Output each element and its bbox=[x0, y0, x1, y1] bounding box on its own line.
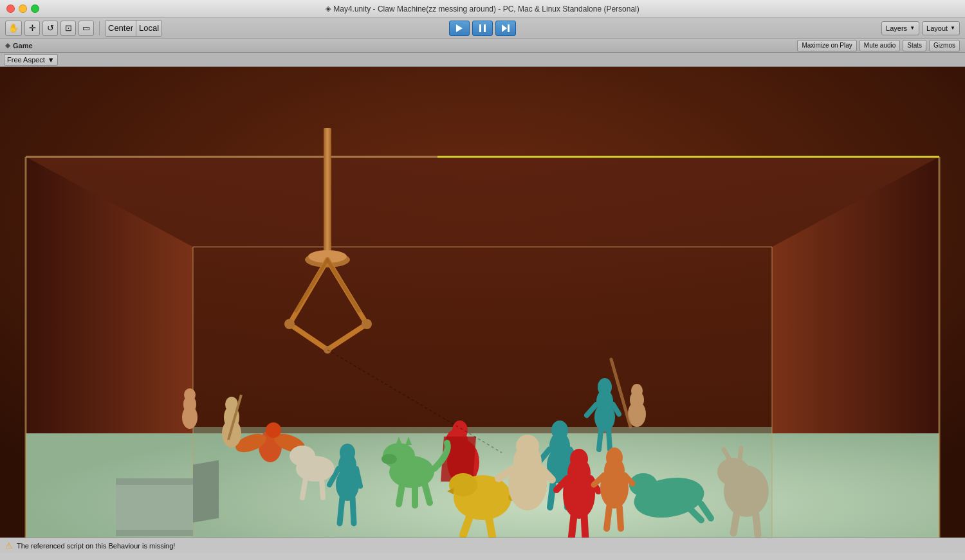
layers-dropdown[interactable]: Layers ▼ bbox=[881, 21, 919, 35]
toolbar-right: Layers ▼ Layout ▼ bbox=[881, 21, 960, 35]
svg-point-61 bbox=[266, 422, 281, 438]
svg-line-89 bbox=[571, 516, 574, 539]
stats-button[interactable]: Stats bbox=[903, 40, 926, 51]
window-title: ◈ May4.unity - Claw Machine(zz messing a… bbox=[326, 5, 639, 14]
game-controls-right: Maximize on Play Mute audio Stats Gizmos bbox=[797, 40, 960, 51]
svg-point-34 bbox=[340, 444, 355, 462]
game-tab-icon: ◈ bbox=[5, 42, 10, 49]
aspect-dropdown-arrow: ▼ bbox=[48, 56, 55, 64]
svg-marker-0 bbox=[456, 24, 463, 32]
play-button[interactable] bbox=[449, 21, 470, 36]
svg-line-37 bbox=[340, 498, 342, 523]
svg-point-67 bbox=[290, 446, 315, 466]
aspect-dropdown[interactable]: Free Aspect ▼ bbox=[4, 54, 58, 66]
step-button[interactable] bbox=[495, 21, 516, 36]
hand-tool-button[interactable]: ✋ bbox=[5, 21, 22, 36]
svg-point-86 bbox=[570, 449, 588, 469]
svg-marker-3 bbox=[502, 24, 507, 32]
svg-line-122 bbox=[607, 507, 609, 528]
svg-line-123 bbox=[620, 507, 621, 528]
scene-canvas bbox=[0, 67, 965, 553]
svg-rect-103 bbox=[116, 478, 193, 536]
layout-dropdown-arrow: ▼ bbox=[950, 25, 955, 31]
maximize-button[interactable] bbox=[31, 5, 39, 13]
pause-button[interactable] bbox=[472, 21, 493, 36]
svg-line-95 bbox=[733, 514, 737, 533]
scale-tool-button[interactable]: ⊡ bbox=[60, 21, 76, 36]
game-viewport: ⚠ The referenced script on this Behaviou… bbox=[0, 67, 965, 553]
svg-line-55 bbox=[399, 485, 402, 504]
svg-line-96 bbox=[756, 515, 758, 535]
svg-line-114 bbox=[599, 430, 601, 449]
svg-line-90 bbox=[584, 516, 585, 539]
title-bar: ◈ May4.unity - Claw Machine(zz messing a… bbox=[0, 0, 965, 18]
rotate-tool-button[interactable]: ↺ bbox=[42, 21, 58, 36]
rect-tool-button[interactable]: ▭ bbox=[78, 21, 94, 36]
svg-rect-1 bbox=[479, 24, 481, 32]
svg-line-69 bbox=[322, 478, 323, 498]
svg-point-27 bbox=[284, 319, 295, 329]
move-tool-button[interactable]: ✛ bbox=[24, 21, 40, 36]
svg-point-81 bbox=[516, 435, 539, 458]
game-panel-header: ◈ Game Maximize on Play Mute audio Stats… bbox=[0, 39, 965, 53]
svg-point-92 bbox=[717, 458, 749, 486]
window-controls bbox=[6, 5, 39, 13]
aspect-row: Free Aspect ▼ bbox=[0, 53, 965, 67]
svg-point-52 bbox=[381, 454, 397, 464]
svg-point-28 bbox=[362, 319, 372, 329]
gizmos-button[interactable]: Gizmos bbox=[929, 40, 960, 51]
layout-dropdown[interactable]: Layout ▼ bbox=[922, 21, 960, 35]
toolbar-separator-1 bbox=[99, 21, 100, 35]
status-message: The referenced script on this Behaviour … bbox=[17, 542, 175, 550]
svg-point-111 bbox=[598, 378, 612, 396]
svg-rect-105 bbox=[116, 530, 193, 536]
game-tab[interactable]: ◈ Game bbox=[5, 42, 33, 50]
minimize-button[interactable] bbox=[19, 5, 27, 13]
svg-line-38 bbox=[353, 498, 354, 523]
svg-line-94 bbox=[740, 448, 741, 459]
svg-point-99 bbox=[184, 388, 196, 401]
local-button[interactable]: Local bbox=[136, 21, 161, 36]
unity-icon: ◈ bbox=[326, 5, 331, 13]
warning-icon: ⚠ bbox=[5, 541, 13, 550]
svg-point-41 bbox=[551, 420, 568, 440]
svg-rect-106 bbox=[193, 460, 219, 523]
mute-audio-button[interactable]: Mute audio bbox=[859, 40, 900, 51]
status-bar: ⚠ The referenced script on this Behaviou… bbox=[0, 537, 965, 553]
pivot-group: Center Local bbox=[105, 20, 162, 37]
center-button[interactable]: Center bbox=[106, 21, 136, 36]
toolbar: ✋ ✛ ↺ ⊡ ▭ Center Local bbox=[0, 18, 965, 39]
svg-line-74 bbox=[489, 518, 492, 536]
maximize-on-play-button[interactable]: Maximize on Play bbox=[797, 40, 856, 51]
playback-controls bbox=[449, 21, 516, 36]
svg-line-44 bbox=[550, 482, 553, 507]
svg-rect-104 bbox=[116, 478, 193, 485]
svg-point-102 bbox=[631, 384, 643, 398]
svg-line-115 bbox=[609, 430, 610, 449]
svg-line-68 bbox=[302, 478, 306, 498]
close-button[interactable] bbox=[6, 5, 15, 13]
svg-point-119 bbox=[606, 447, 623, 468]
svg-rect-20 bbox=[324, 128, 331, 257]
svg-rect-4 bbox=[508, 24, 510, 32]
svg-rect-2 bbox=[484, 24, 486, 32]
layers-dropdown-arrow: ▼ bbox=[910, 25, 915, 31]
